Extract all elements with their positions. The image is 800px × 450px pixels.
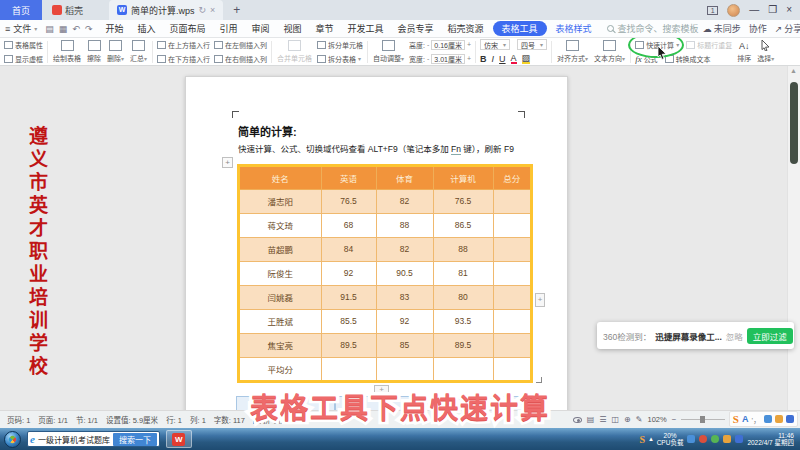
- quick-calculate-button[interactable]: 快速计算▾: [635, 40, 679, 50]
- taskbar-wps-app[interactable]: W: [166, 430, 192, 448]
- close-tab-icon[interactable]: ×: [210, 5, 215, 15]
- command-search-box[interactable]: 查找命令、搜索模板: [607, 22, 699, 35]
- width-minus-button[interactable]: -: [427, 55, 429, 62]
- punctuation-icon[interactable]: '，: [751, 414, 761, 425]
- zoom-level[interactable]: 102%: [647, 415, 666, 424]
- collab-button[interactable]: 协作: [749, 22, 767, 35]
- alignment-button[interactable]: 对齐方式▾: [554, 40, 591, 63]
- zoom-out-button[interactable]: −: [672, 415, 677, 424]
- view-edit-icon[interactable]: ✎: [636, 415, 643, 424]
- zoom-slider[interactable]: [681, 419, 725, 420]
- tray-clock[interactable]: 11:46 2022/4/7 星期四: [747, 432, 796, 447]
- ie-icon[interactable]: e: [30, 434, 35, 445]
- height-plus-button[interactable]: +: [467, 41, 471, 48]
- width-plus-button[interactable]: +: [467, 55, 471, 62]
- maximize-button[interactable]: ❐: [768, 5, 777, 15]
- grades-table[interactable]: 姓名 英语 体育 计算机 总分 潘志阳76.58276.5 蒋文琦688886.…: [238, 165, 532, 382]
- tray-icon-blue[interactable]: [687, 435, 695, 443]
- taskbar-search-input[interactable]: 一级计算机考试题库: [38, 434, 110, 445]
- highlight-button[interactable]: ▨: [522, 54, 531, 64]
- add-row-button[interactable]: +: [374, 385, 389, 394]
- undo-icon[interactable]: ↶: [72, 24, 80, 34]
- header-computer[interactable]: 计算机: [433, 166, 493, 189]
- eraser-button[interactable]: 擦除: [84, 40, 104, 63]
- scroll-up-icon[interactable]: ▲: [790, 67, 797, 74]
- table-resize-handle[interactable]: [536, 377, 542, 383]
- split-cells-button[interactable]: 拆分单元格: [317, 40, 363, 50]
- menu-tab-devtools[interactable]: 开发工具: [343, 22, 389, 35]
- underline-button[interactable]: U: [499, 54, 506, 64]
- col-width-stepper[interactable]: 宽度: - 3.01厘米 +: [409, 54, 471, 64]
- tab-table-style[interactable]: 表格样式: [551, 22, 597, 35]
- italic-button[interactable]: I: [492, 54, 495, 64]
- convert-to-text-button[interactable]: 转换成文本: [665, 54, 711, 64]
- save-icon[interactable]: ▤: [45, 24, 54, 34]
- show-gridlines-button[interactable]: 显示虚框: [4, 54, 43, 64]
- bold-button[interactable]: B: [480, 54, 487, 64]
- table-move-handle[interactable]: +: [222, 157, 233, 168]
- minimize-button[interactable]: —: [749, 5, 759, 15]
- tab-document[interactable]: W 简单的计算.wps ↻ ×: [109, 0, 223, 20]
- taskbar-search-button[interactable]: 搜索一下: [113, 433, 157, 446]
- input-method-bar[interactable]: S A '，: [729, 411, 798, 427]
- print-icon[interactable]: ▦: [59, 24, 68, 34]
- tray-icon-shield[interactable]: [723, 435, 731, 443]
- tab-table-tools[interactable]: 表格工具: [493, 21, 547, 36]
- formula-button[interactable]: fx公式: [635, 54, 658, 64]
- keyboard-icon[interactable]: [775, 415, 783, 423]
- eye-protection-icon[interactable]: [573, 417, 582, 423]
- ignore-button[interactable]: 忽略: [726, 330, 743, 342]
- tray-icon-green[interactable]: [711, 435, 719, 443]
- tray-sogou-icon[interactable]: S: [640, 434, 646, 445]
- status-wordcount[interactable]: 字数: 117: [214, 414, 245, 425]
- document-page[interactable]: 简单的计算: 快速计算、公式、切换域代码查看 ALT+F9（笔记本多加 Fn 键…: [185, 76, 568, 410]
- insert-row-below-button[interactable]: 在下方插入行: [157, 54, 210, 64]
- redo-icon[interactable]: ↷: [85, 24, 93, 34]
- insert-col-left-button[interactable]: 在左侧插入列: [214, 40, 267, 50]
- header-name[interactable]: 姓名: [239, 166, 321, 189]
- tray-expand-icon[interactable]: ▴: [649, 435, 653, 443]
- menu-tab-section[interactable]: 章节: [311, 22, 339, 35]
- file-menu[interactable]: ≡ 文件 ▾: [5, 22, 37, 35]
- draw-table-button[interactable]: 绘制表格: [50, 40, 84, 63]
- taskbar-search-widget[interactable]: e 一级计算机考试题库 搜索一下: [27, 431, 160, 447]
- menu-tab-insert[interactable]: 插入: [132, 22, 160, 35]
- window-manage-icon[interactable]: 1: [707, 6, 718, 15]
- header-total[interactable]: 总分: [493, 166, 531, 189]
- header-english[interactable]: 英语: [321, 166, 376, 189]
- sort-button[interactable]: A↓排序: [734, 41, 754, 63]
- mic-icon[interactable]: [764, 415, 772, 423]
- scrollbar-thumb[interactable]: [790, 82, 798, 164]
- menu-tab-review[interactable]: 审阅: [246, 22, 274, 35]
- sync-status[interactable]: ☁未同步: [703, 22, 741, 35]
- font-name-select[interactable]: 仿宋▾: [480, 39, 510, 50]
- menu-tab-member[interactable]: 会员专享: [393, 22, 439, 35]
- summary-button[interactable]: 汇总▾: [127, 40, 150, 63]
- width-value[interactable]: 3.01厘米: [431, 54, 465, 64]
- menu-tab-view[interactable]: 视图: [279, 22, 307, 35]
- split-table-button[interactable]: 拆分表格▾: [317, 54, 363, 64]
- view-page-icon[interactable]: ▤: [587, 415, 595, 424]
- notification-popup[interactable]: 360检测到： 迅捷屏幕录像工... 忽略 立即过滤: [597, 322, 794, 349]
- tab-docer[interactable]: 稻壳: [42, 4, 93, 17]
- cpu-monitor[interactable]: 20% CPU负载: [657, 432, 684, 446]
- toolbox-icon[interactable]: [786, 415, 794, 423]
- font-size-select[interactable]: 四号▾: [517, 39, 547, 50]
- table-properties-button[interactable]: 表格属性: [4, 40, 43, 50]
- view-web-icon[interactable]: ⊕: [624, 415, 631, 424]
- tab-home[interactable]: 首页: [0, 0, 42, 20]
- autofit-button[interactable]: 自动调整▾: [370, 40, 407, 63]
- view-read-icon[interactable]: ◫: [612, 415, 620, 424]
- add-column-button[interactable]: +: [535, 293, 545, 307]
- height-value[interactable]: 0.16厘米: [431, 40, 465, 50]
- input-lang-icon[interactable]: A: [742, 414, 749, 424]
- view-outline-icon[interactable]: ☰: [599, 415, 606, 424]
- menu-tab-pagelayout[interactable]: 页面布局: [164, 22, 210, 35]
- menu-tab-docer-res[interactable]: 稻壳资源: [443, 22, 489, 35]
- share-button[interactable]: ↗分享: [775, 22, 800, 35]
- filter-now-button[interactable]: 立即过滤: [747, 328, 793, 344]
- font-color-button[interactable]: A: [511, 54, 517, 64]
- refresh-icon[interactable]: ↻: [199, 5, 207, 15]
- new-tab-button[interactable]: +: [233, 3, 240, 17]
- tray-icon-red[interactable]: [699, 435, 707, 443]
